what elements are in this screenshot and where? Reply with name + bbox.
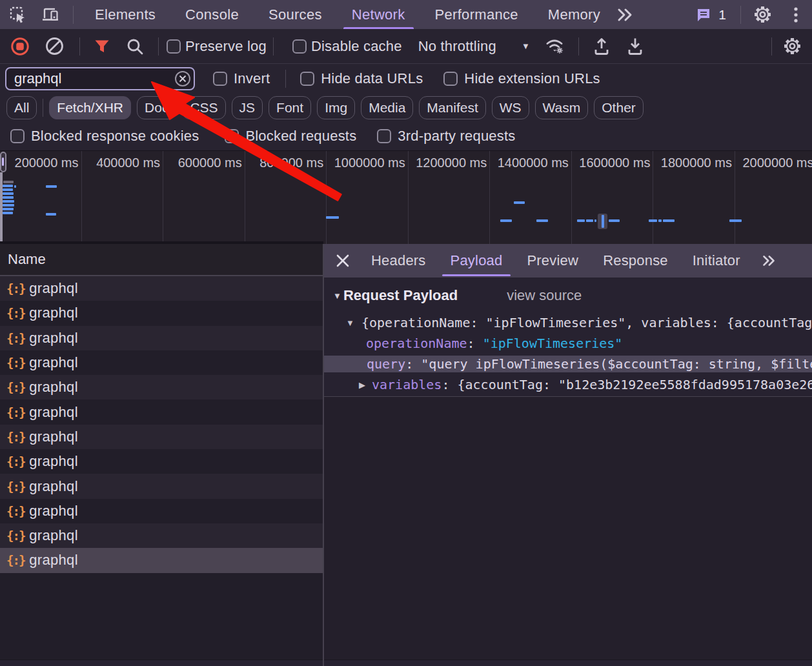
clear-network-log-icon[interactable]: [45, 37, 64, 56]
throttling-dropdown[interactable]: No throttling ▼: [418, 38, 530, 55]
table-bottom-strip: [0, 660, 323, 666]
filter-input-box[interactable]: graphql: [5, 67, 195, 90]
type-chip-ws[interactable]: WS: [492, 96, 529, 119]
more-options-icon[interactable]: [786, 5, 806, 25]
detail-tab-response[interactable]: Response: [591, 244, 680, 278]
type-chip-all[interactable]: All: [6, 96, 37, 119]
tab-sources[interactable]: Sources: [254, 0, 337, 29]
network-overview-timeline[interactable]: 200000 ms 400000 ms 600000 ms 800000 ms …: [0, 150, 812, 244]
more-detail-tabs-icon[interactable]: [759, 251, 778, 270]
timeline-mark: [46, 185, 57, 188]
tab-console[interactable]: Console: [170, 0, 254, 29]
blocked-requests-checkbox[interactable]: [225, 129, 239, 143]
payload-query-row[interactable]: query: "query ipFlowTimeseries($accountT…: [324, 354, 812, 374]
timeline-mark: [46, 213, 56, 216]
blocked-response-cookies-checkbox[interactable]: [10, 129, 25, 143]
filter-funnel-icon[interactable]: [94, 38, 110, 55]
disable-cache-label: Disable cache: [311, 38, 402, 55]
tab-performance[interactable]: Performance: [420, 0, 533, 29]
preserve-log-checkbox[interactable]: [167, 39, 181, 54]
requests-table: Name {:}graphql {:}graphql {:}graphql {:…: [0, 244, 323, 666]
timeline-request-marks: [0, 150, 812, 244]
device-toolbar-icon[interactable]: [41, 5, 60, 25]
detail-tabbar: Headers Payload Preview Response Initiat…: [324, 244, 812, 278]
request-row[interactable]: {:}graphql: [0, 375, 323, 399]
network-main-area: Name {:}graphql {:}graphql {:}graphql {:…: [0, 244, 812, 666]
network-conditions-icon[interactable]: [545, 37, 567, 56]
import-har-icon[interactable]: [593, 37, 611, 56]
type-chip-img[interactable]: Img: [317, 96, 355, 119]
request-row[interactable]: {:}graphql: [0, 326, 323, 350]
timeline-mark: [3, 181, 14, 183]
request-payload-section[interactable]: ▼ Request Payload view source: [324, 285, 812, 306]
timeline-mark: [658, 219, 662, 222]
name-column-header[interactable]: Name: [0, 244, 323, 276]
third-party-requests-label: 3rd-party requests: [398, 128, 515, 145]
more-tabs-icon[interactable]: [615, 5, 634, 25]
third-party-requests-checkbox[interactable]: [377, 129, 391, 143]
search-icon[interactable]: [126, 37, 144, 56]
type-chip-css[interactable]: CSS: [182, 96, 225, 119]
timeline-mark: [649, 219, 657, 222]
topbar-right-controls: 1: [695, 5, 812, 25]
request-row[interactable]: {:}graphql: [0, 474, 323, 498]
request-row[interactable]: {:}graphql: [0, 276, 323, 301]
request-row[interactable]: {:}graphql: [0, 301, 323, 325]
payload-root-row[interactable]: ▼{operationName: "ipFlowTimeseries", var…: [324, 312, 812, 333]
hide-extension-urls-checkbox[interactable]: [443, 72, 458, 86]
view-source-link[interactable]: view source: [507, 287, 582, 304]
type-chip-manifest[interactable]: Manifest: [419, 96, 485, 119]
close-detail-icon[interactable]: [332, 250, 354, 272]
request-row[interactable]: {:}graphql: [0, 350, 323, 375]
settings-gear-icon[interactable]: [753, 5, 772, 25]
invert-checkbox[interactable]: [213, 72, 227, 86]
request-row[interactable]: {:}graphql: [0, 399, 323, 424]
request-row[interactable]: {:}graphql: [0, 523, 323, 548]
type-chip-fetch-xhr[interactable]: Fetch/XHR: [49, 96, 131, 119]
export-har-icon[interactable]: [626, 37, 644, 56]
issues-bubble-icon: [695, 6, 712, 23]
hide-extension-urls-label: Hide extension URLs: [464, 70, 600, 87]
invert-label: Invert: [234, 70, 270, 87]
json-request-icon: {:}: [6, 454, 25, 469]
request-row[interactable]: {:}graphql: [0, 499, 323, 523]
request-detail-panel: Headers Payload Preview Response Initiat…: [324, 244, 812, 666]
hide-data-urls-checkbox[interactable]: [300, 72, 314, 86]
issues-button[interactable]: 1: [695, 6, 726, 23]
inspect-element-icon[interactable]: [8, 5, 28, 25]
json-request-icon: {:}: [6, 479, 25, 494]
disable-cache-checkbox[interactable]: [292, 39, 307, 54]
network-settings-gear-icon[interactable]: [784, 37, 801, 55]
clear-filter-icon[interactable]: [175, 71, 190, 86]
type-chip-media[interactable]: Media: [361, 96, 413, 119]
request-row[interactable]: {:}graphql: [0, 425, 323, 449]
timeline-mark: [3, 196, 14, 199]
type-chip-font[interactable]: Font: [269, 96, 311, 119]
tab-elements[interactable]: Elements: [80, 0, 170, 29]
type-chip-doc[interactable]: Doc: [137, 96, 176, 119]
tab-memory[interactable]: Memory: [533, 0, 615, 29]
detail-tab-preview[interactable]: Preview: [514, 244, 591, 278]
json-request-icon: {:}: [6, 405, 25, 419]
detail-tab-payload[interactable]: Payload: [438, 244, 515, 278]
timeline-mark: [609, 219, 620, 222]
panel-tabs: Elements Console Sources Network Perform…: [74, 0, 615, 29]
timeline-mark: [536, 219, 548, 222]
request-row-selected[interactable]: {:}graphql: [0, 548, 323, 572]
request-row[interactable]: {:}graphql: [0, 449, 323, 474]
request-payload-title: Request Payload: [343, 287, 458, 304]
type-chip-other[interactable]: Other: [594, 96, 644, 119]
payload-variables-row[interactable]: ▶variables: {accountTag: "b12e3b2192ee55…: [324, 374, 812, 395]
payload-operation-row[interactable]: operationName: "ipFlowTimeseries": [324, 333, 812, 354]
filter-input[interactable]: graphql: [14, 70, 175, 87]
tab-network[interactable]: Network: [337, 0, 420, 29]
filter-row: graphql Invert Hide data URLs Hide exten…: [0, 64, 812, 94]
detail-tab-initiator[interactable]: Initiator: [680, 244, 753, 278]
timeline-window-grip[interactable]: [0, 152, 6, 172]
timeline-mark: [3, 185, 13, 187]
detail-tab-headers[interactable]: Headers: [359, 244, 438, 278]
type-chip-wasm[interactable]: Wasm: [535, 96, 589, 119]
type-chip-js[interactable]: JS: [232, 96, 263, 119]
dropdown-caret-icon: ▼: [522, 41, 530, 51]
record-button[interactable]: [10, 37, 30, 56]
